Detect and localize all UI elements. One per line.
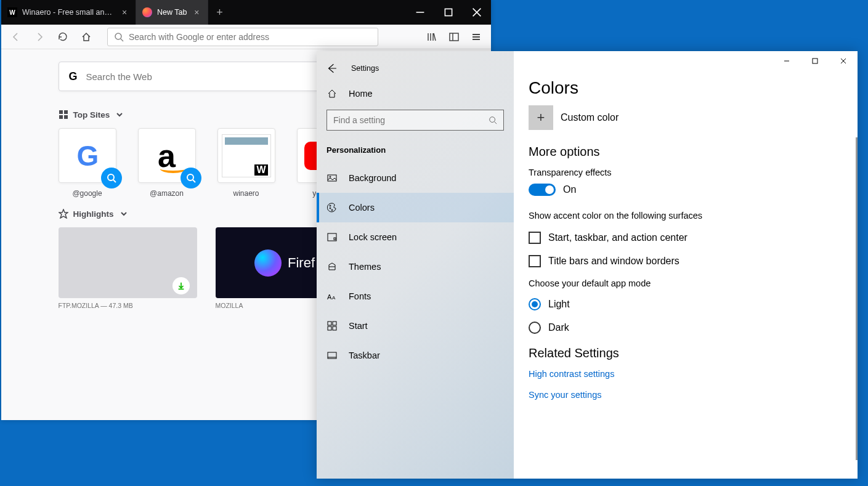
tab-winaero[interactable]: W Winaero - Free small and usef… × (1, 0, 136, 25)
sidebar-item-fonts[interactable]: AA Fonts (317, 281, 514, 311)
sidebar-item-home[interactable]: Home (317, 81, 514, 107)
checkbox-title-bars[interactable]: Title bars and window borders (529, 255, 843, 267)
link-high-contrast[interactable]: High contrast settings (529, 369, 843, 379)
custom-color-button[interactable]: + Custom color (529, 105, 843, 130)
page-title: Colors (529, 78, 843, 98)
minimize-button[interactable] (406, 0, 434, 25)
search-icon (489, 116, 497, 124)
settings-window: Settings Home Personalization Background… (317, 51, 858, 479)
firefox-titlebar: W Winaero - Free small and usef… × New T… (1, 0, 491, 25)
library-button[interactable] (422, 27, 442, 47)
maximize-button[interactable] (434, 0, 463, 25)
picture-icon (327, 172, 338, 184)
checkbox-start-taskbar[interactable]: Start, taskbar, and action center (529, 232, 843, 244)
svg-point-1 (115, 33, 121, 39)
transparency-toggle[interactable] (529, 184, 556, 196)
tab-new-tab[interactable]: New Tab × (136, 0, 208, 25)
menu-button[interactable] (466, 27, 486, 47)
search-icon (180, 168, 201, 188)
google-logo: G (77, 139, 98, 172)
maximize-button[interactable] (801, 51, 829, 71)
svg-point-12 (330, 205, 331, 206)
highlight-ftp-mozilla[interactable]: FTP.MOZILLA — 47.3 MB (59, 227, 197, 309)
sidebar-item-label: Background (349, 173, 396, 183)
radio-dark[interactable]: Dark (529, 322, 843, 334)
back-button[interactable] (6, 27, 26, 47)
sidebar-item-label: Colors (349, 203, 375, 213)
lock-screen-icon (327, 232, 338, 243)
highlights-icon (59, 209, 68, 219)
fonts-icon: AA (327, 291, 338, 302)
tile-label: winaero (233, 189, 259, 198)
taskbar-icon (327, 350, 338, 361)
more-options-heading: More options (529, 145, 843, 159)
svg-text:A: A (327, 293, 332, 301)
palette-icon (327, 202, 338, 213)
close-button[interactable] (463, 0, 491, 25)
url-bar[interactable] (107, 28, 378, 46)
settings-search[interactable] (327, 110, 504, 131)
tab-label: Winaero - Free small and usef… (22, 8, 115, 17)
sidebar-item-themes[interactable]: Themes (317, 252, 514, 281)
svg-rect-24 (813, 59, 817, 63)
url-input[interactable] (129, 32, 371, 42)
sidebar-item-background[interactable]: Background (317, 163, 514, 193)
checkbox-icon (529, 232, 541, 244)
tile-label: @google (72, 189, 102, 198)
home-button[interactable] (76, 27, 96, 47)
sidebar-button[interactable] (444, 27, 464, 47)
svg-rect-10 (328, 175, 336, 181)
close-button[interactable] (829, 51, 858, 71)
winaero-thumbnail (222, 134, 271, 177)
svg-rect-22 (333, 326, 336, 330)
new-tab-button[interactable]: + (208, 0, 230, 25)
download-icon (172, 277, 190, 294)
home-icon (327, 88, 338, 99)
reload-button[interactable] (53, 27, 73, 47)
settings-window-controls (773, 51, 858, 71)
search-input[interactable] (333, 115, 489, 125)
checkbox-label: Start, taskbar, and action center (548, 232, 688, 243)
svg-point-14 (331, 209, 333, 211)
tile-winaero[interactable]: winaero (217, 128, 275, 198)
themes-icon (327, 261, 338, 272)
tile-amazon[interactable]: a @amazon (138, 128, 196, 198)
accent-surfaces-label: Show accent color on the following surfa… (529, 211, 843, 221)
plus-icon: + (529, 105, 553, 130)
radio-light[interactable]: Light (529, 298, 843, 310)
minimize-button[interactable] (773, 51, 801, 71)
firefox-toolbar (1, 25, 491, 49)
toggle-value: On (563, 184, 576, 195)
firefox-window-controls (406, 0, 491, 25)
app-mode-label: Choose your default app mode (529, 278, 843, 288)
tile-label: @amazon (150, 189, 184, 198)
radio-label: Dark (548, 322, 569, 333)
tile-google[interactable]: G @google (59, 128, 116, 198)
custom-color-label: Custom color (561, 112, 619, 123)
winaero-favicon: W (7, 7, 17, 17)
svg-point-13 (330, 208, 331, 209)
settings-category: Personalization (317, 140, 514, 163)
sidebar-item-start[interactable]: Start (317, 311, 514, 341)
svg-point-9 (490, 117, 495, 123)
close-icon[interactable]: × (120, 7, 129, 17)
sidebar-item-colors[interactable]: Colors (317, 193, 514, 222)
related-settings-heading: Related Settings (529, 346, 843, 360)
svg-rect-2 (450, 33, 458, 41)
sidebar-item-label: Themes (349, 262, 381, 272)
forward-button[interactable] (30, 27, 49, 47)
svg-rect-0 (445, 9, 452, 15)
close-icon[interactable]: × (192, 7, 201, 17)
back-button[interactable] (324, 61, 339, 76)
start-icon (327, 320, 338, 331)
sidebar-item-taskbar[interactable]: Taskbar (317, 341, 514, 370)
sidebar-item-lock-screen[interactable]: Lock screen (317, 222, 514, 252)
highlight-label: FTP.MOZILLA — 47.3 MB (59, 302, 197, 309)
search-icon (101, 168, 122, 188)
settings-main: Colors + Custom color More options Trans… (514, 51, 858, 479)
link-sync-settings[interactable]: Sync your settings (529, 390, 843, 400)
svg-rect-6 (64, 115, 68, 119)
svg-rect-16 (334, 238, 336, 240)
scrollbar[interactable] (856, 137, 858, 460)
search-icon (114, 32, 124, 42)
